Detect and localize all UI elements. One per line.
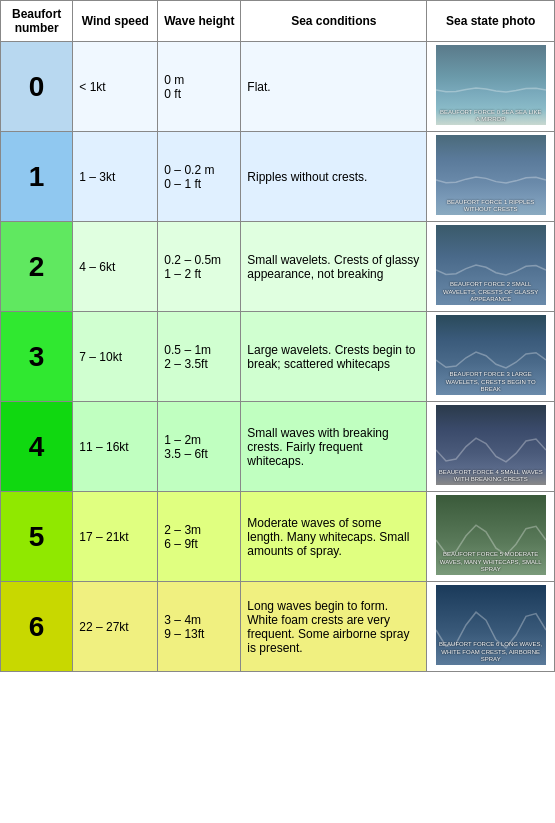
header-wind: Wind speed: [73, 1, 158, 42]
wind-speed: 17 – 21kt: [73, 492, 158, 582]
photo-caption: BEAUFORT FORCE 1 RIPPLES WITHOUT CRESTS: [436, 199, 546, 213]
table-row: 622 – 27kt3 – 4m9 – 13ftLong waves begin…: [1, 582, 555, 672]
sea-conditions: Ripples without crests.: [241, 132, 427, 222]
sea-conditions: Small waves with breaking crests. Fairly…: [241, 402, 427, 492]
wind-speed: 22 – 27kt: [73, 582, 158, 672]
wind-speed: 7 – 10kt: [73, 312, 158, 402]
sea-state-photo: BEAUFORT FORCE 2 SMALL WAVELETS, CRESTS …: [427, 222, 555, 312]
header-photo: Sea state photo: [427, 1, 555, 42]
sea-photo-image: BEAUFORT FORCE 0 SEA SEA LIKE A MIRROR: [436, 45, 546, 125]
sea-state-photo: BEAUFORT FORCE 0 SEA SEA LIKE A MIRROR: [427, 42, 555, 132]
photo-caption: BEAUFORT FORCE 3 LARGE WAVELETS, CRESTS …: [436, 371, 546, 393]
beaufort-number: 3: [1, 312, 73, 402]
beaufort-number: 2: [1, 222, 73, 312]
photo-caption: BEAUFORT FORCE 5 MODERATE WAVES, MANY WH…: [436, 551, 546, 573]
wave-height: 0.2 – 0.5m1 – 2 ft: [158, 222, 241, 312]
header-conditions: Sea conditions: [241, 1, 427, 42]
photo-caption: BEAUFORT FORCE 0 SEA SEA LIKE A MIRROR: [436, 109, 546, 123]
wind-speed: 1 – 3kt: [73, 132, 158, 222]
wave-height: 0 m0 ft: [158, 42, 241, 132]
table-row: 24 – 6kt0.2 – 0.5m1 – 2 ftSmall wavelets…: [1, 222, 555, 312]
wave-height: 1 – 2m3.5 – 6ft: [158, 402, 241, 492]
photo-caption: BEAUFORT FORCE 6 LONG WAVES, WHITE FOAM …: [436, 641, 546, 663]
sea-photo-image: BEAUFORT FORCE 4 SMALL WAVES WITH BREAKI…: [436, 405, 546, 485]
sea-photo-image: BEAUFORT FORCE 1 RIPPLES WITHOUT CRESTS: [436, 135, 546, 215]
table-row: 411 – 16kt1 – 2m3.5 – 6ftSmall waves wit…: [1, 402, 555, 492]
sea-conditions: Long waves begin to form. White foam cre…: [241, 582, 427, 672]
sea-conditions: Flat.: [241, 42, 427, 132]
beaufort-number: 6: [1, 582, 73, 672]
sea-state-photo: BEAUFORT FORCE 4 SMALL WAVES WITH BREAKI…: [427, 402, 555, 492]
sea-conditions: Large wavelets. Crests begin to break; s…: [241, 312, 427, 402]
sea-conditions: Small wavelets. Crests of glassy appeara…: [241, 222, 427, 312]
sea-photo-image: BEAUFORT FORCE 5 MODERATE WAVES, MANY WH…: [436, 495, 546, 575]
table-row: 0< 1kt0 m0 ftFlat.BEAUFORT FORCE 0 SEA S…: [1, 42, 555, 132]
sea-photo-image: BEAUFORT FORCE 3 LARGE WAVELETS, CRESTS …: [436, 315, 546, 395]
photo-caption: BEAUFORT FORCE 4 SMALL WAVES WITH BREAKI…: [436, 469, 546, 483]
wave-height: 0.5 – 1m2 – 3.5ft: [158, 312, 241, 402]
table-row: 517 – 21kt2 – 3m6 – 9ftModerate waves of…: [1, 492, 555, 582]
wave-height: 0 – 0.2 m0 – 1 ft: [158, 132, 241, 222]
beaufort-number: 5: [1, 492, 73, 582]
sea-state-photo: BEAUFORT FORCE 5 MODERATE WAVES, MANY WH…: [427, 492, 555, 582]
table-row: 37 – 10kt0.5 – 1m2 – 3.5ftLarge wavelets…: [1, 312, 555, 402]
beaufort-number: 4: [1, 402, 73, 492]
wind-speed: 4 – 6kt: [73, 222, 158, 312]
sea-photo-image: BEAUFORT FORCE 6 LONG WAVES, WHITE FOAM …: [436, 585, 546, 665]
sea-state-photo: BEAUFORT FORCE 1 RIPPLES WITHOUT CRESTS: [427, 132, 555, 222]
table-row: 11 – 3kt0 – 0.2 m0 – 1 ftRipples without…: [1, 132, 555, 222]
wind-speed: 11 – 16kt: [73, 402, 158, 492]
header-wave: Wave height: [158, 1, 241, 42]
sea-conditions: Moderate waves of some length. Many whit…: [241, 492, 427, 582]
beaufort-scale-table: Beaufort number Wind speed Wave height S…: [0, 0, 555, 672]
wave-height: 3 – 4m9 – 13ft: [158, 582, 241, 672]
beaufort-number: 1: [1, 132, 73, 222]
beaufort-number: 0: [1, 42, 73, 132]
sea-state-photo: BEAUFORT FORCE 3 LARGE WAVELETS, CRESTS …: [427, 312, 555, 402]
header-beaufort: Beaufort number: [1, 1, 73, 42]
wave-height: 2 – 3m6 – 9ft: [158, 492, 241, 582]
photo-caption: BEAUFORT FORCE 2 SMALL WAVELETS, CRESTS …: [436, 281, 546, 303]
wind-speed: < 1kt: [73, 42, 158, 132]
sea-state-photo: BEAUFORT FORCE 6 LONG WAVES, WHITE FOAM …: [427, 582, 555, 672]
sea-photo-image: BEAUFORT FORCE 2 SMALL WAVELETS, CRESTS …: [436, 225, 546, 305]
